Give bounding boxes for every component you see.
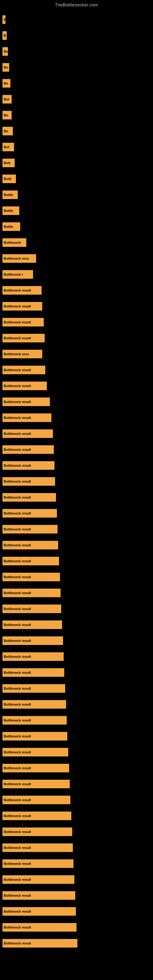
bar-row: Bottleneck result — [2, 362, 153, 378]
bar-row: Bottle — [2, 219, 153, 235]
bar-row: Bo — [2, 75, 153, 91]
bar-row: Bottleneck result — [2, 760, 153, 776]
bar: Bottleneck result — [2, 398, 50, 406]
bar-label: Bottleneck result — [4, 495, 31, 499]
bar: Bottleneck result — [2, 652, 64, 661]
bar-row: Bottle — [2, 203, 153, 219]
bar: Bottleneck result — [2, 382, 47, 390]
bar: Bo — [2, 127, 13, 135]
bar: Bottleneck result — [2, 509, 57, 517]
bar-row: Bottleneck result — [2, 378, 153, 394]
bar-row: Bottleneck result — [2, 665, 153, 681]
bar-label: B — [4, 18, 5, 21]
bar-label: Bottleneck result — [4, 655, 31, 659]
bar-label: Bottleneck result — [4, 336, 31, 340]
bar-label: Bo — [4, 49, 8, 53]
bar-label: Bottleneck r — [4, 272, 23, 276]
bar: Bottleneck result — [2, 286, 41, 294]
bar-label: Bottleneck result — [4, 384, 31, 388]
bar-row: Bottleneck result — [2, 728, 153, 744]
bar-label: Bo — [4, 129, 8, 133]
bar: Bo — [2, 79, 10, 88]
bar-row: Bottleneck result — [2, 298, 153, 314]
bar-label: Bottleneck resu — [4, 352, 29, 356]
bar-label: Bottleneck result — [4, 942, 31, 945]
bar: Bottleneck result — [2, 780, 70, 788]
bar-row: Bottleneck result — [2, 537, 153, 553]
bar-row: Bottleneck result — [2, 314, 153, 330]
bar: Bottleneck result — [2, 366, 45, 374]
bar-row: Bottle — [2, 187, 153, 203]
bar-label: Bottleneck result — [4, 814, 31, 818]
bar-label: Bottleneck result — [4, 862, 31, 865]
bar-row: Bottleneck result — [2, 712, 153, 728]
bar-row: Bottleneck — [2, 235, 153, 250]
bar: Bottleneck result — [2, 668, 64, 677]
bar: Bottleneck result — [2, 557, 59, 565]
bar-label: Bottleneck result — [4, 511, 31, 515]
bar-row: Bottleneck result — [2, 553, 153, 569]
bar: Bottleneck result — [2, 541, 58, 549]
bar-row: Bottleneck result — [2, 601, 153, 617]
bar: Bottleneck result — [2, 843, 73, 852]
bar-label: Bottleneck result — [4, 448, 31, 452]
bar-row: Bottleneck result — [2, 649, 153, 665]
bar: Bottleneck result — [2, 811, 71, 820]
bar-row: Bottleneck result — [2, 474, 153, 489]
bar-row: Bottleneck result — [2, 681, 153, 697]
bar: Bottleneck resu — [2, 254, 36, 263]
bar-label: Bottleneck result — [4, 480, 31, 483]
bar: Bottleneck r — [2, 270, 33, 279]
bar: Bottl — [2, 175, 16, 183]
bar-label: Bott — [4, 161, 10, 165]
bar-label: Bottleneck result — [4, 798, 31, 802]
bar-label: Bottleneck result — [4, 719, 31, 722]
bar-label: Bottleneck result — [4, 623, 31, 627]
bar-row: Bottleneck result — [2, 920, 153, 935]
bar: Bottleneck result — [2, 732, 67, 740]
bar-row: Bottleneck result — [2, 808, 153, 824]
bar: Bo — [2, 47, 8, 56]
bar: Bottleneck result — [2, 573, 60, 581]
bar-label: Bottleneck result — [4, 304, 31, 308]
bar-label: Bottleneck result — [4, 782, 31, 786]
bar-row: Bottleneck result — [2, 410, 153, 426]
bar: Bottleneck result — [2, 445, 54, 454]
bar: Bott — [2, 159, 15, 167]
bar-label: Bottleneck result — [4, 671, 31, 675]
bar: Bottleneck — [2, 238, 26, 247]
bar-row: Bottleneck result — [2, 776, 153, 792]
bar: Bottleneck result — [2, 939, 77, 948]
bar-row: Bottleneck result — [2, 792, 153, 808]
bar-label: Bottleneck result — [4, 910, 31, 913]
bar-row: B — [2, 12, 153, 27]
bar-label: Bottleneck — [4, 241, 21, 244]
bar: Bottleneck result — [2, 318, 44, 326]
bar-label: Bottleneck result — [4, 846, 31, 850]
bar: Bottleneck result — [2, 620, 62, 629]
bar: Bottleneck result — [2, 700, 66, 709]
bar-row: Bottleneck result — [2, 585, 153, 601]
bar: Bottleneck resu — [2, 350, 42, 358]
bar-row: Bottleneck result — [2, 697, 153, 712]
bars-container: BBBoBoBoBotBoBoBotBottBottlBottleBottleB… — [0, 9, 153, 951]
bar-row: Bottleneck result — [2, 633, 153, 649]
bar: Bottleneck result — [2, 477, 55, 486]
bar-label: Bottleneck result — [4, 575, 31, 579]
bar-row: Bot — [2, 91, 153, 107]
bar-row: Bottleneck result — [2, 569, 153, 585]
bar-row: B — [2, 27, 153, 43]
bar-label: B — [4, 34, 6, 37]
bar-row: Bottleneck resu — [2, 346, 153, 362]
bar-label: Bottleneck result — [4, 830, 31, 834]
bar-label: Bottleneck result — [4, 591, 31, 595]
bar-row: Bottleneck result — [2, 904, 153, 920]
bar: Bo — [2, 63, 9, 72]
bar-label: Bot — [4, 145, 9, 149]
bar-row: Bottl — [2, 171, 153, 187]
bar: Bottleneck result — [2, 907, 76, 916]
bar-row: Bottleneck result — [2, 872, 153, 888]
bar: Bottle — [2, 207, 19, 215]
bar: Bottleneck result — [2, 923, 76, 932]
bar-label: Bottleneck result — [4, 750, 31, 754]
